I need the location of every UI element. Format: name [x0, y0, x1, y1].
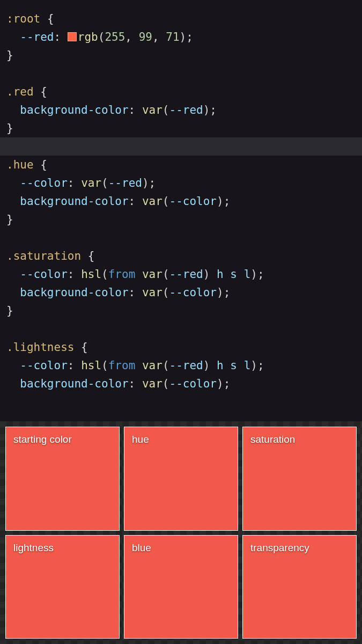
func-token: var: [142, 104, 162, 116]
prop-token: background-color: [20, 195, 128, 208]
swatch-label: saturation: [250, 434, 295, 445]
code-line[interactable]: .red {: [6, 83, 356, 101]
code-line[interactable]: }: [6, 119, 356, 137]
css-var-token: --red: [20, 31, 54, 43]
code-line[interactable]: }: [6, 46, 356, 64]
selector-token: .red: [6, 85, 34, 98]
punct-token: );: [217, 195, 230, 208]
func-token: var: [142, 377, 162, 390]
code-line[interactable]: .saturation {: [6, 247, 356, 265]
code-line[interactable]: .lightness {: [6, 338, 356, 356]
selector-token: .lightness: [6, 341, 74, 354]
selector-token: .saturation: [6, 250, 81, 262]
punct-token: ,: [125, 31, 132, 43]
code-line[interactable]: --color: hsl(from var(--red) h s l);: [6, 356, 356, 375]
swatch-label: blue: [132, 542, 151, 553]
code-line[interactable]: [6, 64, 356, 83]
css-var-token: --color: [169, 377, 217, 390]
punct-token: :: [129, 195, 136, 208]
swatch-saturation: saturation: [242, 427, 357, 531]
code-line[interactable]: [6, 320, 356, 338]
preview-grid: starting color hue saturation lightness …: [0, 421, 362, 644]
swatch-hue: hue: [124, 427, 238, 531]
punct-token: (: [98, 31, 105, 43]
css-var-token: --color: [169, 286, 217, 299]
prop-token: background-color: [20, 286, 128, 299]
code-line[interactable]: background-color: var(--color);: [6, 192, 356, 210]
punct-token: :: [68, 359, 75, 372]
brace-token: }: [6, 213, 13, 226]
prop-token: background-color: [20, 104, 128, 116]
punct-token: (: [162, 286, 169, 299]
code-line[interactable]: background-color: var(--red);: [6, 101, 356, 119]
brace-token: {: [40, 158, 47, 171]
swatch-blue: blue: [124, 535, 238, 639]
css-var-token: --color: [20, 268, 68, 281]
num-token: 255: [105, 31, 125, 43]
brace-token: {: [47, 12, 54, 25]
punct-token: );: [217, 377, 230, 390]
num-token: 99: [139, 31, 152, 43]
func-token: var: [142, 195, 162, 208]
punct-token: ,: [152, 31, 159, 43]
swatch-lightness: lightness: [5, 535, 120, 639]
code-line[interactable]: :root {: [6, 10, 356, 28]
css-var-token: --red: [169, 359, 203, 372]
code-line[interactable]: background-color: var(--color);: [6, 375, 356, 390]
punct-token: (: [101, 359, 108, 372]
func-token: hsl: [81, 268, 101, 281]
ident-token: h s l: [217, 359, 250, 372]
brace-token: }: [6, 122, 13, 135]
punct-token: :: [129, 377, 136, 390]
swatch-label: starting color: [13, 434, 72, 445]
swatch-label: transparency: [250, 542, 309, 553]
brace-token: }: [6, 304, 13, 317]
brace-token: }: [6, 49, 13, 62]
code-editor[interactable]: :root { --red: rgb(255, 99, 71); } .red …: [0, 0, 362, 421]
swatch-label: lightness: [13, 542, 54, 553]
code-line[interactable]: --red: rgb(255, 99, 71);: [6, 28, 356, 46]
swatch-starting-color: starting color: [5, 427, 120, 531]
css-var-token: --color: [20, 359, 68, 372]
swatch-transparency: transparency: [242, 535, 357, 639]
code-line[interactable]: [6, 229, 356, 247]
brace-token: {: [81, 341, 88, 354]
css-var-token: --red: [169, 268, 203, 281]
code-line[interactable]: --color: var(--red);: [6, 174, 356, 192]
swatch-label: hue: [132, 434, 149, 445]
color-swatch-icon[interactable]: [68, 32, 77, 41]
punct-token: );: [203, 104, 217, 116]
punct-token: );: [217, 286, 230, 299]
punct-token: (: [162, 195, 169, 208]
punct-token: (: [162, 268, 169, 281]
code-line[interactable]: }: [6, 302, 356, 320]
css-var-token: --color: [169, 195, 217, 208]
keyword-token: from: [108, 268, 136, 281]
punct-token: (: [101, 268, 108, 281]
punct-token: );: [250, 268, 264, 281]
css-var-token: --color: [20, 177, 68, 189]
func-token: var: [142, 359, 162, 372]
func-token: var: [142, 268, 162, 281]
code-line[interactable]: --color: hsl(from var(--red) h s l);: [6, 265, 356, 283]
css-var-token: --red: [108, 177, 142, 189]
punct-token: (: [101, 177, 108, 189]
punct-token: :: [129, 286, 136, 299]
punct-token: ): [203, 268, 210, 281]
code-line[interactable]: .hue {: [6, 156, 356, 174]
code-line-highlighted[interactable]: [0, 137, 362, 156]
punct-token: (: [162, 104, 169, 116]
func-token: hsl: [81, 359, 101, 372]
func-token: var: [81, 177, 101, 189]
selector-token: :root: [6, 12, 40, 25]
code-line[interactable]: }: [6, 210, 356, 229]
func-token: rgb: [78, 31, 98, 43]
punct-token: :: [68, 268, 75, 281]
keyword-token: from: [108, 359, 136, 372]
brace-token: {: [88, 250, 95, 262]
code-line[interactable]: background-color: var(--color);: [6, 283, 356, 302]
brace-token: {: [40, 85, 47, 98]
ident-token: h s l: [217, 268, 250, 281]
punct-token: :: [68, 177, 75, 189]
punct-token: );: [250, 359, 264, 372]
